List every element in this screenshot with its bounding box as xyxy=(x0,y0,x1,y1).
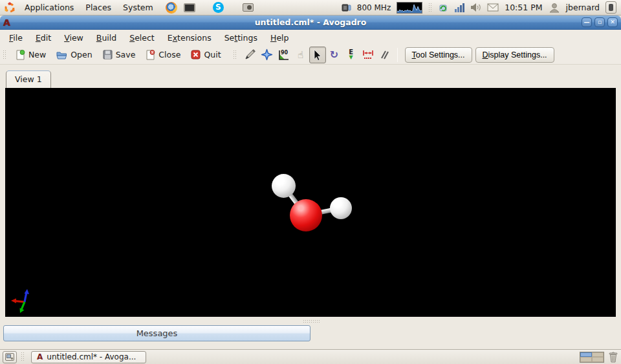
menu-select[interactable]: Select xyxy=(123,31,161,45)
software-update-icon[interactable] xyxy=(438,3,448,13)
applications-menu[interactable]: Applications xyxy=(19,1,80,14)
toolbar-drag-handle[interactable] xyxy=(3,50,6,60)
auto-optimize-tool-button[interactable]: E ▼ xyxy=(343,47,360,63)
bond-centric-tool-button[interactable]: 90 xyxy=(276,47,292,63)
workspace-4[interactable] xyxy=(592,357,604,362)
workspace-2[interactable] xyxy=(592,352,604,358)
panel-drag-handle[interactable] xyxy=(428,3,432,13)
tab-view-1[interactable]: View 1 xyxy=(6,70,51,88)
task-button-label: untitled.cml* - Avoga... xyxy=(47,352,136,361)
optimize-icon: E ▼ xyxy=(349,50,353,60)
messages-splitter[interactable] xyxy=(5,317,616,325)
hand-icon: ☝ xyxy=(298,49,303,61)
workspace-1[interactable] xyxy=(580,352,592,358)
svg-text:90: 90 xyxy=(281,50,289,56)
save-label: Save xyxy=(116,50,136,59)
save-button[interactable]: Save xyxy=(98,48,141,61)
close-file-button[interactable]: Close xyxy=(140,48,186,62)
menu-build[interactable]: Build xyxy=(90,31,123,45)
titlebar[interactable]: A untitled.cml* - Avogadro — ▫ ✕ xyxy=(0,16,621,30)
menu-extensions[interactable]: Extensions xyxy=(161,31,218,45)
quit-button[interactable]: Quit xyxy=(186,48,226,61)
maximize-button[interactable]: ▫ xyxy=(594,17,605,27)
clock[interactable]: 10:51 PM xyxy=(505,3,542,12)
ubuntu-logo-icon[interactable] xyxy=(4,2,16,14)
toolbar-separator xyxy=(397,48,398,62)
cpu-frequency-label: 800 MHz xyxy=(357,3,391,12)
menu-view[interactable]: View xyxy=(58,31,90,45)
trash-icon[interactable] xyxy=(608,351,618,363)
oxygen-atom[interactable] xyxy=(290,199,322,231)
avogadro-task-icon: A xyxy=(37,352,43,361)
cpu-frequency-icon[interactable] xyxy=(341,3,351,13)
tools-drag-handle[interactable] xyxy=(233,50,237,60)
draw-tool-button[interactable] xyxy=(242,47,259,63)
rotate-arrow-icon: ↻ xyxy=(330,48,338,61)
align-icon xyxy=(378,48,391,61)
session-power-button[interactable] xyxy=(605,1,616,14)
places-menu[interactable]: Places xyxy=(80,1,117,14)
auto-rotate-tool-button[interactable]: ↻ xyxy=(326,47,343,63)
volume-icon[interactable] xyxy=(470,3,481,12)
avogadro-app-icon: A xyxy=(3,17,10,28)
menubar: File Edit View Build Select Extensions S… xyxy=(0,30,621,45)
messages-panel-button[interactable]: Messages xyxy=(3,325,310,341)
splitter-grip-icon[interactable] xyxy=(303,319,321,323)
open-label: Open xyxy=(71,50,92,59)
mail-icon[interactable] xyxy=(487,3,499,12)
taskbar-drag-handle[interactable] xyxy=(21,352,25,362)
firefox-icon[interactable] xyxy=(166,2,177,14)
workspace-3[interactable] xyxy=(580,357,592,362)
measure-icon xyxy=(362,50,375,60)
display-settings-button[interactable]: Display Settings... xyxy=(475,47,554,63)
navigate-tool-button[interactable] xyxy=(259,47,276,63)
save-icon xyxy=(103,50,113,59)
task-button-avogadro[interactable]: A untitled.cml* - Avoga... xyxy=(31,351,146,363)
skype-icon[interactable]: S xyxy=(213,2,224,13)
avogadro-window: A untitled.cml* - Avogadro — ▫ ✕ File Ed… xyxy=(0,16,621,349)
align-tool-button[interactable] xyxy=(376,47,393,63)
angle-90-icon: 90 xyxy=(278,48,290,61)
menu-settings[interactable]: Settings xyxy=(218,31,264,45)
show-desktop-button[interactable] xyxy=(3,351,17,363)
quit-label: Quit xyxy=(204,50,221,59)
network-signal-icon[interactable] xyxy=(454,3,464,12)
bottom-panel: A untitled.cml* - Avoga... xyxy=(0,349,621,364)
close-button[interactable]: ✕ xyxy=(607,17,618,27)
username-label[interactable]: jbernard xyxy=(566,3,600,12)
system-menu[interactable]: System xyxy=(117,1,159,14)
main-toolbar: New Open Save xyxy=(0,45,621,65)
new-label: New xyxy=(28,50,46,59)
workspace-switcher[interactable] xyxy=(580,352,604,363)
view-tabbar: View 1 xyxy=(0,65,621,88)
minimize-button[interactable]: — xyxy=(582,17,592,27)
open-folder-icon xyxy=(56,50,67,59)
user-avatar-icon[interactable] xyxy=(549,3,560,13)
statusbar xyxy=(0,341,621,349)
selection-arrow-icon xyxy=(312,49,323,61)
terminal-icon[interactable] xyxy=(184,3,195,12)
manipulate-tool-button[interactable]: ☝ xyxy=(292,47,309,63)
quit-icon xyxy=(191,50,201,59)
new-document-icon xyxy=(16,50,25,60)
system-monitor-graph[interactable] xyxy=(397,2,422,14)
pencil-icon xyxy=(244,48,256,61)
measure-tool-button[interactable] xyxy=(360,47,376,63)
gl-viewport[interactable] xyxy=(5,88,616,317)
hydrogen-atom-1[interactable] xyxy=(272,174,296,198)
axes-indicator xyxy=(9,287,39,317)
open-button[interactable]: Open xyxy=(51,48,97,61)
menu-edit[interactable]: Edit xyxy=(29,31,58,45)
close-document-icon xyxy=(146,50,155,60)
menu-file[interactable]: File xyxy=(3,31,29,45)
selection-tool-button[interactable] xyxy=(309,47,326,63)
screenshot-icon[interactable] xyxy=(243,3,254,12)
navigate-star-icon xyxy=(261,48,273,61)
close-label: Close xyxy=(158,50,180,59)
tool-settings-button[interactable]: Tool Settings... xyxy=(405,47,472,63)
window-title: untitled.cml* - Avogadro xyxy=(0,17,621,27)
new-button[interactable]: New xyxy=(10,48,51,62)
menu-help[interactable]: Help xyxy=(264,31,296,45)
top-panel: Applications Places System S 800 MHz xyxy=(0,0,621,16)
hydrogen-atom-2[interactable] xyxy=(330,197,352,219)
